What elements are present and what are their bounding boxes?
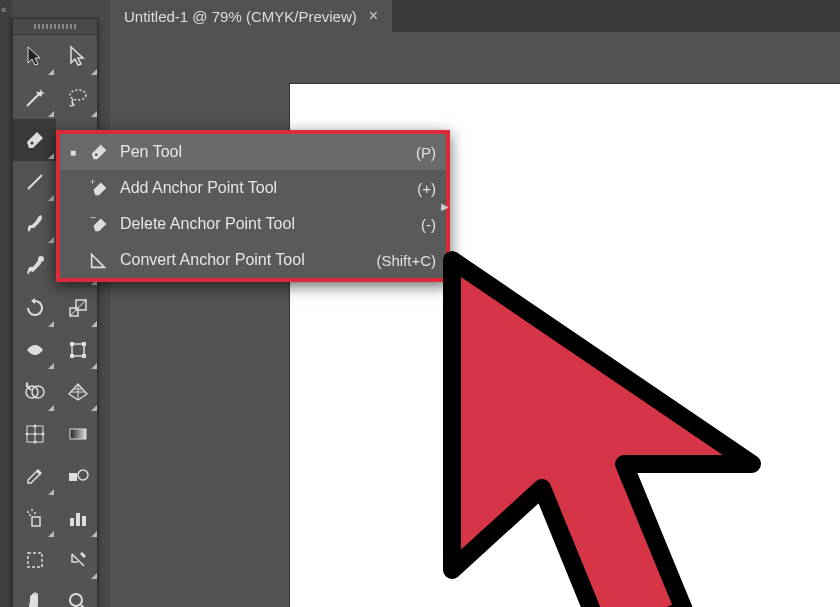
svg-rect-12 <box>70 354 74 358</box>
tool-lasso[interactable] <box>56 77 99 119</box>
collapse-chevron-icon: « <box>1 4 7 15</box>
flyout-item-convert-anchor[interactable]: Convert Anchor Point Tool (Shift+C) <box>60 242 446 278</box>
flyout-tearoff-caret-icon[interactable]: ▶ <box>441 201 449 212</box>
tool-blob-brush[interactable] <box>13 245 56 287</box>
svg-point-34 <box>34 512 36 514</box>
pen-tool-flyout: ■ Pen Tool (P) + Add Anchor Point Tool (… <box>56 130 450 282</box>
tool-grid: T <box>13 35 97 607</box>
free-transform-icon <box>66 338 90 362</box>
magic-wand-icon <box>23 86 47 110</box>
flyout-item-delete-anchor[interactable]: − Delete Anchor Point Tool (-) <box>60 206 446 242</box>
tool-width[interactable] <box>13 329 56 371</box>
svg-point-24 <box>41 433 44 436</box>
svg-point-31 <box>27 511 29 513</box>
flyout-item-pen[interactable]: ■ Pen Tool (P) <box>60 134 446 170</box>
blend-icon <box>66 464 90 488</box>
svg-point-41 <box>95 153 98 156</box>
svg-point-1 <box>30 142 33 145</box>
tool-scale[interactable] <box>56 287 99 329</box>
add-anchor-icon: + <box>88 177 110 199</box>
flyout-item-label: Delete Anchor Point Tool <box>120 215 411 233</box>
tool-blend[interactable] <box>56 455 99 497</box>
flyout-item-shortcut: (+) <box>417 180 436 197</box>
pen-icon <box>88 141 110 163</box>
svg-rect-36 <box>76 513 80 526</box>
pen-icon <box>23 128 47 152</box>
hand-icon <box>23 590 47 607</box>
svg-point-23 <box>25 433 28 436</box>
rotate-icon <box>23 296 47 320</box>
document-tab-bar: Untitled-1 @ 79% (CMYK/Preview) × <box>110 0 840 32</box>
tool-mesh[interactable] <box>13 413 56 455</box>
blob-brush-icon <box>23 254 47 278</box>
tool-shape-builder[interactable] <box>13 371 56 413</box>
svg-line-3 <box>28 175 42 189</box>
tool-column-graph[interactable] <box>56 497 99 539</box>
svg-point-26 <box>33 441 36 444</box>
svg-rect-35 <box>70 518 74 526</box>
shape-builder-icon <box>23 380 47 404</box>
svg-rect-30 <box>32 517 40 526</box>
tool-eyedropper[interactable] <box>13 455 56 497</box>
flyout-item-shortcut: (Shift+C) <box>376 252 436 269</box>
tool-line[interactable] <box>13 161 56 203</box>
tool-zoom[interactable] <box>56 581 99 607</box>
selection-arrow-icon <box>23 44 47 68</box>
svg-rect-10 <box>70 342 74 346</box>
gradient-icon <box>66 422 90 446</box>
svg-point-33 <box>29 514 31 516</box>
tool-pen[interactable] <box>13 119 56 161</box>
eyedropper-icon <box>23 464 47 488</box>
selected-bullet-icon: ■ <box>68 147 78 158</box>
tool-symbol-sprayer[interactable] <box>13 497 56 539</box>
tool-paintbrush[interactable] <box>13 203 56 245</box>
flyout-item-label: Pen Tool <box>120 143 406 161</box>
tool-perspective-grid[interactable] <box>56 371 99 413</box>
column-graph-icon <box>66 506 90 530</box>
svg-text:−: − <box>90 213 96 223</box>
svg-point-32 <box>31 509 33 511</box>
scale-icon <box>66 296 90 320</box>
tool-gradient[interactable] <box>56 413 99 455</box>
tool-selection[interactable] <box>13 35 56 77</box>
flyout-item-add-anchor[interactable]: + Add Anchor Point Tool (+) <box>60 170 446 206</box>
lasso-icon <box>66 86 90 110</box>
svg-rect-11 <box>82 342 86 346</box>
svg-text:+: + <box>90 177 95 187</box>
tool-free-transform[interactable] <box>56 329 99 371</box>
line-segment-icon <box>23 170 47 194</box>
width-icon <box>23 338 47 362</box>
annotation-cursor-graphic <box>432 250 812 607</box>
mesh-icon <box>23 422 47 446</box>
panel-grip[interactable] <box>13 19 97 35</box>
svg-rect-13 <box>82 354 86 358</box>
tool-direct-selection[interactable] <box>56 35 99 77</box>
flyout-item-shortcut: (-) <box>421 216 436 233</box>
perspective-grid-icon <box>66 380 90 404</box>
artboard-icon <box>23 548 47 572</box>
tool-artboard[interactable] <box>13 539 56 581</box>
flyout-item-label: Convert Anchor Point Tool <box>120 251 366 269</box>
convert-anchor-icon <box>88 249 110 271</box>
svg-point-25 <box>33 425 36 428</box>
panel-collapse-strip[interactable]: « <box>0 0 12 607</box>
tool-rotate[interactable] <box>13 287 56 329</box>
close-tab-icon[interactable]: × <box>369 7 378 25</box>
delete-anchor-icon: − <box>88 213 110 235</box>
tool-slice[interactable] <box>56 539 99 581</box>
svg-rect-37 <box>82 516 86 526</box>
zoom-icon <box>66 590 90 607</box>
symbol-sprayer-icon <box>23 506 47 530</box>
paintbrush-icon <box>23 212 47 236</box>
tool-hand[interactable] <box>13 581 56 607</box>
flyout-item-label: Add Anchor Point Tool <box>120 179 407 197</box>
slice-icon <box>66 548 90 572</box>
document-tab[interactable]: Untitled-1 @ 79% (CMYK/Preview) × <box>110 0 392 32</box>
svg-rect-38 <box>28 553 42 567</box>
direct-selection-arrow-icon <box>66 44 90 68</box>
tool-magic-wand[interactable] <box>13 77 56 119</box>
svg-point-29 <box>78 470 88 480</box>
svg-point-39 <box>70 594 82 606</box>
svg-rect-28 <box>69 473 77 481</box>
svg-point-22 <box>33 433 36 436</box>
